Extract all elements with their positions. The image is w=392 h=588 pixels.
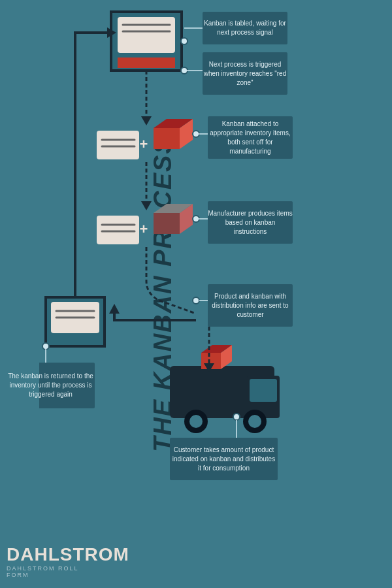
arrow-to-return (109, 304, 120, 314)
callout5-box (170, 438, 278, 480)
step1-dot1 (181, 38, 188, 44)
step2-plus: + (140, 136, 148, 152)
svg-marker-11 (154, 213, 180, 234)
callout4-box (208, 201, 293, 244)
svg-point-17 (189, 415, 203, 428)
arrow2 (141, 201, 152, 210)
step3-plus: + (140, 221, 148, 237)
callout2-box (203, 52, 287, 95)
step2-cube-front (154, 128, 180, 149)
logo-sub: DAHLSTROM ROLL FORM (7, 565, 98, 578)
step1-red-zone (118, 57, 175, 68)
step2-kanban-card (97, 131, 139, 159)
logo-brand: DAHLSTROM (7, 544, 98, 565)
step1-kanban-card (118, 17, 175, 53)
callout4b-box (208, 284, 293, 327)
logo-area: DAHLSTROM DAHLSTROM ROLL FORM (7, 544, 98, 578)
arrow1 (141, 116, 152, 125)
step4-dot (193, 297, 199, 304)
step3-kanban-card (97, 216, 139, 244)
svg-point-18 (248, 415, 261, 428)
callout3-box (208, 116, 293, 159)
svg-rect-16 (250, 379, 277, 402)
callout6-box (39, 363, 95, 408)
truck-dot (233, 414, 240, 420)
callout1-box (203, 12, 287, 44)
